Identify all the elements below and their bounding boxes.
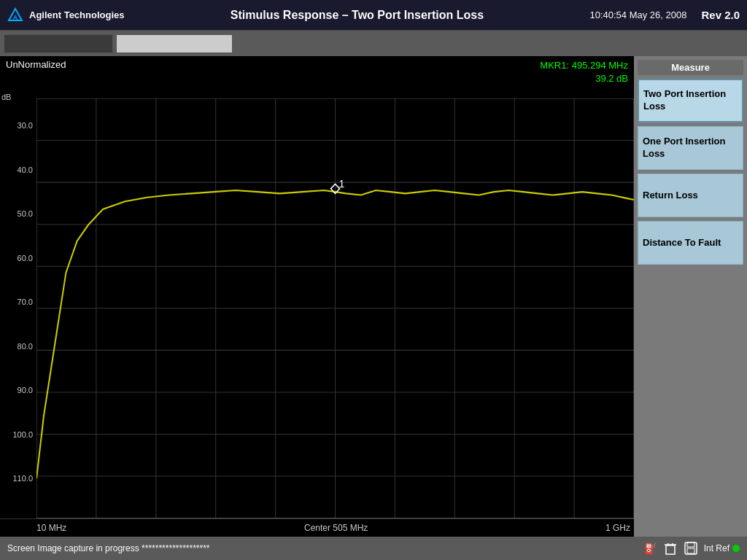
y-label-100: 100.0 xyxy=(4,430,33,439)
chart-marker: MKR1: 495.294 MHz 39.2 dB xyxy=(540,59,628,85)
header: A Agilent Technologies Stimulus Response… xyxy=(0,0,747,31)
svg-rect-31 xyxy=(687,548,694,553)
toolbar-btn-1[interactable] xyxy=(4,34,113,53)
y-label-40: 40.0 xyxy=(4,166,33,174)
btn-return-loss[interactable]: Return Loss xyxy=(638,174,743,217)
svg-text:⛽: ⛽ xyxy=(644,542,657,555)
y-label-60: 60.0 xyxy=(4,254,33,262)
revision: Rev 2.0 xyxy=(701,9,740,21)
toolbar xyxy=(0,31,747,56)
usb-icon: ⛽ xyxy=(643,541,657,556)
svg-rect-25 xyxy=(666,545,675,554)
freq-center: Center 505 MHz xyxy=(304,523,368,533)
measure-label: Measure xyxy=(638,60,743,75)
btn-two-port-insertion-loss[interactable]: Two Port Insertion Loss xyxy=(638,79,743,122)
toolbar-btn-2[interactable] xyxy=(116,34,233,53)
y-label-70: 70.0 xyxy=(4,298,33,306)
int-ref-label: Int Ref xyxy=(704,543,729,553)
right-panel: Measure Two Port Insertion Loss One Port… xyxy=(634,56,747,537)
svg-rect-30 xyxy=(687,542,694,547)
main-area: UnNormalized MKR1: 495.294 MHz 39.2 dB d… xyxy=(0,56,747,537)
y-label-90: 90.0 xyxy=(4,386,33,394)
trash-icon xyxy=(663,541,678,556)
chart-header: UnNormalized MKR1: 495.294 MHz 39.2 dB xyxy=(0,56,634,85)
y-axis-labels: 30.0 40.0 50.0 60.0 70.0 80.0 90.0 100.0… xyxy=(0,85,36,518)
chart-svg: 1 xyxy=(36,98,634,518)
status-bar: Screen Image capture in progress *******… xyxy=(0,537,747,560)
marker-line1: MKR1: 495.294 MHz xyxy=(540,60,628,71)
y-label-80: 80.0 xyxy=(4,342,33,351)
logo: A Agilent Technologies xyxy=(7,7,125,23)
status-text: Screen Image capture in progress *******… xyxy=(7,543,210,553)
page-title: Stimulus Response – Two Port Insertion L… xyxy=(125,9,590,22)
unnormalized-label: UnNormalized xyxy=(6,59,66,70)
chart-footer: 10 MHz Center 505 MHz 1 GHz xyxy=(0,518,634,537)
chart-area: UnNormalized MKR1: 495.294 MHz 39.2 dB d… xyxy=(0,56,634,537)
freq-right: 1 GHz xyxy=(605,523,630,533)
svg-text:A: A xyxy=(13,14,18,21)
btn-one-port-insertion-loss[interactable]: One Port Insertion Loss xyxy=(638,126,743,170)
marker-line2: 39.2 dB xyxy=(595,73,628,84)
disk-icon xyxy=(684,541,698,556)
agilent-logo-icon: A xyxy=(7,7,23,23)
y-label-50: 50.0 xyxy=(4,209,33,218)
y-label-30: 30.0 xyxy=(4,121,33,130)
int-ref-dot xyxy=(732,545,740,552)
btn-distance-to-fault[interactable]: Distance To Fault xyxy=(638,221,743,265)
freq-left: 10 MHz xyxy=(36,523,66,533)
y-label-110: 110.0 xyxy=(4,474,33,483)
int-ref-indicator: Int Ref xyxy=(704,543,740,553)
company-name: Agilent Technologies xyxy=(29,9,125,20)
datetime: 10:40:54 May 26, 2008 xyxy=(589,9,686,20)
chart-container: dB 30.0 40.0 50.0 60.0 70.0 80.0 90.0 10… xyxy=(0,85,634,518)
status-icons: ⛽ Int Ref xyxy=(643,541,740,556)
svg-text:1: 1 xyxy=(339,178,345,190)
